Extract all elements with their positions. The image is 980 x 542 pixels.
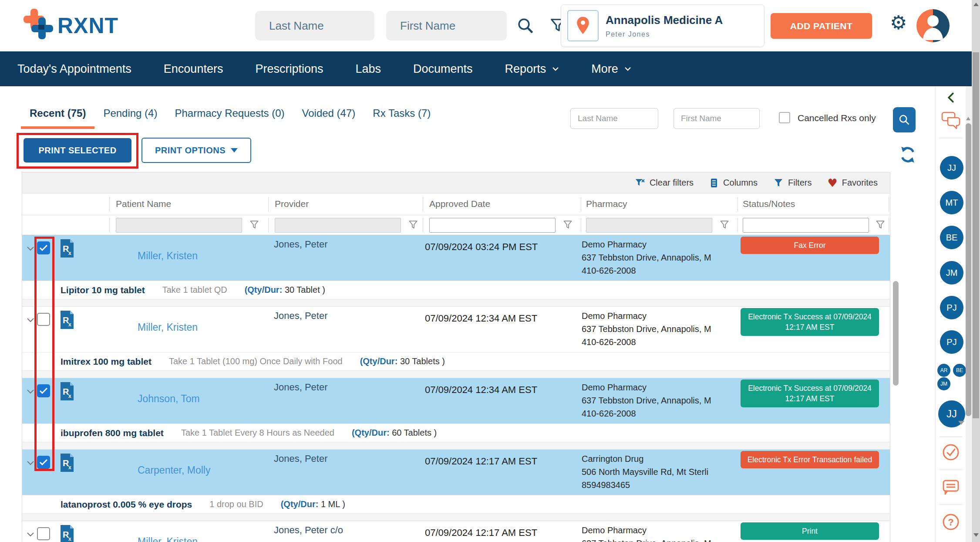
tab-pending[interactable]: Pending (4) [94, 105, 166, 129]
rx-row[interactable]: R x Johnson, Tom Jones, Peter 07/09/2024… [22, 378, 890, 423]
approved-date-filter-input[interactable] [429, 218, 556, 233]
rx-row[interactable]: R x Miller, Kristen Jones, Peter 07/09/2… [22, 235, 890, 281]
row-checkbox[interactable] [37, 241, 50, 254]
refresh-icon[interactable] [899, 146, 917, 166]
rx-row[interactable]: R x Miller, Kristen Jones, Peter c/o 07/… [22, 521, 890, 542]
message-icon[interactable] [941, 478, 960, 498]
funnel-icon[interactable] [407, 219, 419, 232]
search-icon[interactable] [516, 17, 535, 37]
filters-button[interactable]: Filters [773, 178, 812, 188]
row-checkbox[interactable] [37, 527, 50, 540]
scroll-up-arrow[interactable] [973, 3, 979, 6]
rx-document-icon[interactable]: R x [60, 310, 74, 331]
filter-first-name-input[interactable] [674, 108, 760, 129]
funnel-icon[interactable] [719, 219, 730, 232]
scroll-down-arrow[interactable] [973, 533, 979, 537]
avatar-small[interactable]: BE [953, 364, 966, 377]
nav-prescriptions[interactable]: Prescriptions [255, 62, 323, 76]
avatar[interactable]: JM [940, 261, 963, 285]
expand-row-icon[interactable] [27, 316, 34, 324]
col-approved-date[interactable]: Approved Date [429, 199, 490, 209]
rx-row[interactable]: R x Carpenter, Molly Jones, Peter 07/09/… [22, 450, 890, 495]
expand-row-icon[interactable] [27, 459, 34, 467]
filter-last-name-input[interactable] [570, 108, 658, 129]
nav-todays-appointments[interactable]: Today's Appointments [17, 62, 131, 76]
row-checkbox[interactable] [37, 384, 50, 397]
row-checkbox[interactable] [37, 456, 50, 469]
funnel-icon[interactable] [249, 219, 260, 232]
rx-document-icon[interactable]: R x [60, 239, 74, 260]
avatar-small[interactable]: AR [937, 364, 950, 377]
status-notes-filter-input[interactable] [743, 218, 869, 233]
expand-row-icon[interactable] [27, 531, 34, 539]
avatar[interactable]: PJ [940, 330, 963, 354]
favorites-button[interactable]: ♥ Favorites [827, 177, 878, 189]
expand-row-icon[interactable] [27, 245, 34, 253]
avatar[interactable]: MT [940, 191, 963, 214]
rxnt-logo[interactable]: RXNT [21, 8, 118, 44]
rx-document-icon[interactable]: R x [60, 382, 74, 403]
table-scrollbar-thumb[interactable] [893, 281, 899, 386]
tab-rx-tasks[interactable]: Rx Tasks (7) [364, 105, 439, 129]
scroll-up-arrow[interactable] [966, 117, 970, 120]
patient-link[interactable]: Miller, Kristen [138, 536, 198, 542]
help-icon[interactable]: ? [941, 512, 960, 533]
nav-reports[interactable]: Reports [505, 62, 559, 76]
col-patient-name[interactable]: Patient Name [116, 199, 171, 209]
pharmacy-filter-input[interactable] [586, 218, 712, 233]
rx-row[interactable]: R x Miller, Kristen Jones, Peter 07/09/2… [22, 307, 890, 352]
nav-labs[interactable]: Labs [355, 62, 381, 76]
approved-date-cell: 07/09/2024 12:17 AM EST [425, 456, 537, 467]
drug-sig: Take 1 Tablet Every 8 Hours as Needed [181, 428, 334, 438]
columns-icon [709, 178, 719, 188]
rx-search-button[interactable] [893, 107, 916, 132]
avatar[interactable]: BE [940, 226, 963, 249]
expand-row-icon[interactable] [27, 388, 34, 396]
patient-first-name-search[interactable] [386, 11, 507, 41]
patient-link[interactable]: Johnson, Tom [138, 393, 200, 405]
rx-document-icon[interactable]: R x [60, 453, 74, 474]
tab-pharmacy-requests[interactable]: Pharmacy Requests (0) [166, 105, 293, 129]
tab-recent[interactable]: Recent (75) [21, 105, 94, 129]
check-circle-icon[interactable] [941, 443, 960, 464]
chat-icon[interactable] [941, 111, 961, 132]
columns-button[interactable]: Columns [709, 178, 758, 188]
patient-link[interactable]: Miller, Kristen [138, 250, 198, 262]
patient-link[interactable]: Carpenter, Molly [138, 464, 210, 476]
rx-document-icon[interactable]: R x [60, 525, 74, 542]
nav-documents[interactable]: Documents [413, 62, 473, 76]
user-avatar[interactable] [916, 9, 950, 42]
pharmacy-cell: Demo Pharmacy637 Tebbston Drive, Annapol… [582, 238, 732, 277]
patient-name-filter-input[interactable] [116, 218, 242, 233]
gear-icon[interactable]: ⚙ [890, 13, 907, 32]
provider-cell: Jones, Peter [274, 239, 328, 250]
funnel-icon[interactable] [562, 219, 573, 232]
clear-filters-button[interactable]: Clear filters [635, 178, 694, 188]
tab-voided[interactable]: Voided (47) [293, 105, 364, 129]
avatar[interactable]: PJ [940, 296, 963, 319]
collapse-sidebar-icon[interactable] [947, 92, 954, 105]
col-status-notes[interactable]: Status/Notes [743, 199, 795, 209]
col-provider[interactable]: Provider [275, 199, 309, 209]
row-checkbox[interactable] [37, 313, 50, 326]
print-selected-button[interactable]: PRINT SELECTED [24, 138, 131, 163]
provider-filter-input[interactable] [275, 218, 401, 233]
sidebar-scrollbar-thumb[interactable] [966, 123, 971, 416]
cancelled-rxs-checkbox[interactable] [779, 112, 790, 123]
page-scrollbar-thumb[interactable] [973, 52, 979, 418]
drug-detail-row: latanoprost 0.005 % eye drops 1 drop ou … [22, 495, 890, 513]
practice-selector[interactable]: Annapolis Medicine A Peter Jones [561, 4, 764, 47]
add-patient-button[interactable]: ADD PATIENT [771, 13, 872, 39]
avatar-small[interactable]: JM [937, 377, 950, 390]
avatar[interactable]: JJ [940, 156, 963, 180]
col-pharmacy[interactable]: Pharmacy [586, 199, 627, 209]
nav-more[interactable]: More [591, 62, 631, 76]
funnel-icon[interactable] [875, 219, 886, 232]
practice-name: Annapolis Medicine A [606, 14, 723, 27]
print-options-button[interactable]: PRINT OPTIONS [141, 138, 251, 163]
divider [939, 437, 963, 437]
chevron-down-icon[interactable] [958, 421, 964, 425]
nav-encounters[interactable]: Encounters [164, 62, 223, 76]
patient-last-name-search[interactable] [255, 11, 374, 41]
patient-link[interactable]: Miller, Kristen [138, 322, 198, 333]
